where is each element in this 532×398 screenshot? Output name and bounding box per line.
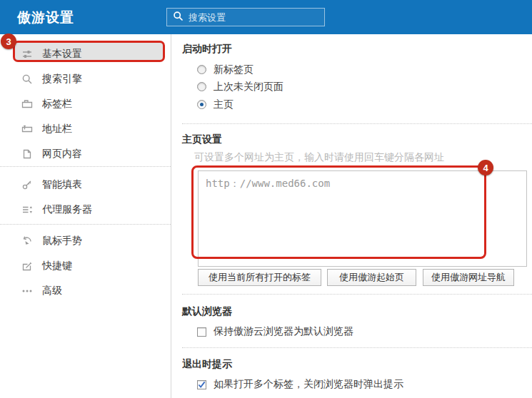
homepage-buttons-row: 使用当前所有打开的标签 使用傲游起始页 使用傲游网址导航 <box>198 269 532 286</box>
checkbox-option-exit-prompt[interactable]: 如果打开多个标签，关闭浏览器时弹出提示 <box>197 379 532 390</box>
sidebar-item-address-bar[interactable]: 地址栏 <box>0 116 171 141</box>
section-title-startup: 启动时打开 <box>182 44 532 53</box>
section-title-homepage: 主页设置 <box>182 134 532 144</box>
sidebar-item-label: 地址栏 <box>42 123 72 136</box>
checkbox-label: 如果打开多个标签，关闭浏览器时弹出提示 <box>214 378 403 391</box>
checkbox-icon-checked[interactable] <box>197 380 206 389</box>
sidebar-item-form-fill[interactable]: 智能填表 <box>0 172 171 197</box>
address-bar-icon <box>21 123 33 135</box>
annotation-badge-3: 3 <box>1 34 16 49</box>
sidebar-item-advanced[interactable]: 高级 <box>0 278 171 303</box>
section-divider <box>182 123 532 124</box>
sidebar-divider <box>0 166 171 167</box>
use-maxthon-start-page-button[interactable]: 使用傲游起始页 <box>327 269 416 286</box>
proxy-list-icon <box>21 204 33 215</box>
sidebar-item-mouse-gesture[interactable]: 鼠标手势 <box>0 228 171 253</box>
use-current-tabs-button[interactable]: 使用当前所有打开的标签 <box>198 269 321 286</box>
sidebar-item-label: 高级 <box>42 285 62 297</box>
sidebar-item-label: 搜索引擎 <box>42 73 82 86</box>
tab-bar-icon <box>21 98 33 110</box>
sidebar-item-hotkeys[interactable]: 快捷键 <box>0 253 171 278</box>
sidebar-item-label: 代理服务器 <box>42 203 92 216</box>
page-content-icon <box>21 148 33 160</box>
settings-sidebar: 3 基本设置 搜索引擎 标签栏 地址栏 网页内容 智能填表 <box>0 34 171 398</box>
radio-option-new-tab[interactable]: 新标签页 <box>197 63 532 76</box>
sidebar-item-label: 标签栏 <box>42 98 72 111</box>
sidebar-divider <box>0 224 171 225</box>
app-header: 傲游设置 <box>0 0 532 34</box>
radio-label: 上次未关闭页面 <box>214 81 283 93</box>
use-maxthon-navigation-button[interactable]: 使用傲游网址导航 <box>423 269 514 286</box>
radio-icon[interactable] <box>197 65 206 74</box>
settings-search-box[interactable] <box>166 8 325 26</box>
sidebar-item-proxy-server[interactable]: 代理服务器 <box>0 197 171 222</box>
search-input[interactable] <box>189 12 318 23</box>
settings-content: 启动时打开 新标签页 上次未关闭页面 主页 主页设置 可设置多个网址为主页，输入… <box>172 34 532 398</box>
radio-label: 新标签页 <box>214 63 254 76</box>
radio-option-homepage[interactable]: 主页 <box>197 98 532 111</box>
checkbox-label: 保持傲游云浏览器为默认浏览器 <box>214 325 353 338</box>
search-icon <box>21 73 33 85</box>
mouse-gesture-icon <box>21 235 33 247</box>
sidebar-item-label: 网页内容 <box>42 148 82 160</box>
section-title-default-browser: 默认浏览器 <box>182 306 532 316</box>
sidebar-item-tab-bar[interactable]: 标签栏 <box>0 91 171 116</box>
ellipsis-icon <box>21 285 33 297</box>
sidebar-item-label: 基本设置 <box>42 48 82 61</box>
checkbox-icon[interactable] <box>197 327 206 337</box>
sidebar-item-label: 鼠标手势 <box>42 235 82 248</box>
homepage-hint-text: 可设置多个网址为主页，输入时请使用回车键分隔各网址 <box>194 152 532 162</box>
homepage-urls-textarea[interactable]: http：//www.med66.com <box>198 170 527 267</box>
sidebar-item-label: 快捷键 <box>42 260 72 272</box>
checkbox-option-keep-default[interactable]: 保持傲游云浏览器为默认浏览器 <box>197 326 532 337</box>
key-icon <box>21 179 33 190</box>
sidebar-item-basic-settings[interactable]: 基本设置 <box>0 41 171 66</box>
sidebar-item-label: 智能填表 <box>42 178 82 191</box>
search-icon <box>173 11 184 24</box>
sliders-icon <box>21 49 33 60</box>
radio-option-last-session[interactable]: 上次未关闭页面 <box>197 81 532 93</box>
radio-label: 主页 <box>214 98 234 111</box>
section-divider <box>182 294 532 295</box>
section-title-exit-prompt: 退出时提示 <box>182 359 532 369</box>
radio-icon-checked[interactable] <box>197 100 206 109</box>
sidebar-item-page-content[interactable]: 网页内容 <box>0 141 171 166</box>
sidebar-item-search-engine[interactable]: 搜索引擎 <box>0 66 171 91</box>
page-title: 傲游设置 <box>17 9 74 27</box>
hotkey-icon <box>21 260 33 272</box>
section-divider <box>182 347 532 348</box>
radio-icon[interactable] <box>197 82 206 91</box>
